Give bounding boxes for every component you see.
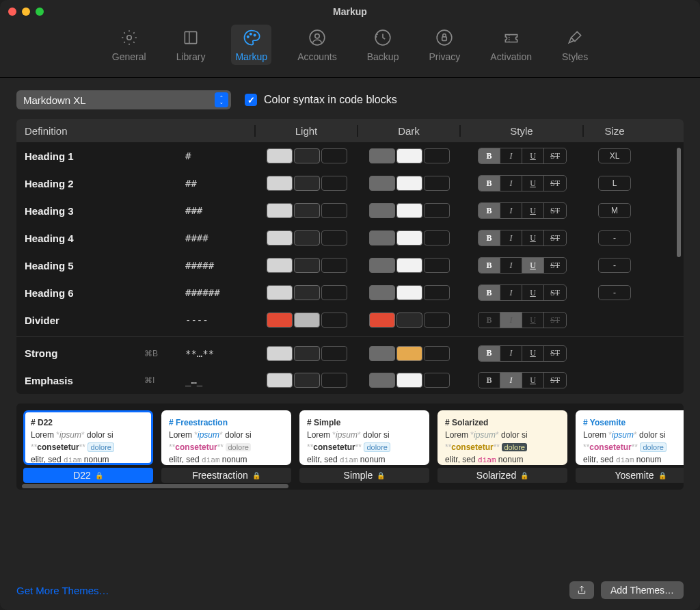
tab-library[interactable]: Library [172,25,210,65]
color-swatch[interactable] [369,148,395,163]
color-swatch[interactable] [396,285,422,300]
color-syntax-checkbox[interactable]: ✓ Color syntax in code blocks [245,94,397,106]
size-button[interactable]: - [598,285,631,300]
color-swatch[interactable] [369,313,395,328]
color-swatch[interactable] [396,313,422,328]
color-swatch[interactable] [294,230,320,246]
color-swatch[interactable] [424,148,450,163]
tab-styles[interactable]: Styles [558,25,592,65]
color-swatch[interactable] [424,230,450,246]
color-swatch[interactable] [267,285,293,300]
size-button[interactable]: XL [598,148,631,163]
share-button[interactable] [569,581,594,599]
color-swatch[interactable] [294,203,320,218]
tab-backup[interactable]: Backup [363,25,403,65]
color-swatch[interactable] [396,373,422,388]
color-swatch[interactable] [294,258,320,273]
color-swatch[interactable] [267,230,293,246]
color-swatch[interactable] [424,346,450,361]
table-row[interactable]: Strong⌘B**…**BIUST [16,336,684,367]
color-swatch[interactable] [294,346,320,361]
table-row[interactable]: Heading 3###BIUSTM [16,197,684,224]
style-segmented[interactable]: BIUST [478,284,567,301]
color-swatch[interactable] [294,285,320,300]
table-row[interactable]: Divider----BIUST [16,306,684,334]
style-segmented[interactable]: BIUST [478,257,567,274]
size-button[interactable]: - [598,230,631,246]
color-swatch[interactable] [424,203,450,218]
color-swatch[interactable] [267,258,293,273]
theme-card[interactable]: # YosemiteLorem *ipsum* dolor si**conset… [576,410,684,483]
color-swatch[interactable] [369,346,395,361]
tab-general[interactable]: General [108,25,150,65]
color-swatch[interactable] [424,258,450,273]
vertical-scrollbar[interactable] [677,148,681,388]
color-swatch[interactable] [396,346,422,361]
horizontal-scrollbar[interactable] [22,484,678,488]
color-swatch[interactable] [321,148,347,163]
color-swatch[interactable] [321,230,347,246]
theme-card[interactable]: # D22Lorem *ipsum* dolor si**consetetur*… [23,410,153,483]
theme-card[interactable]: # FreestractionLorem *ipsum* dolor si**c… [161,410,291,483]
color-swatch[interactable] [294,313,320,328]
color-swatch[interactable] [294,373,320,388]
color-swatch[interactable] [396,230,422,246]
color-swatch[interactable] [369,285,395,300]
tab-markup[interactable]: Markup [231,25,271,65]
color-swatch[interactable] [267,373,293,388]
table-row[interactable]: Heading 4####BIUST- [16,224,684,252]
color-swatch[interactable] [369,373,395,388]
color-swatch[interactable] [294,176,320,191]
style-segmented[interactable]: BIUST [478,372,567,388]
style-segmented[interactable]: BIUST [478,230,567,246]
color-swatch[interactable] [267,203,293,218]
color-swatch[interactable] [396,148,422,163]
color-swatch[interactable] [424,313,450,328]
size-button[interactable]: - [598,258,631,273]
style-segmented[interactable]: BIUST [478,148,567,164]
color-swatch[interactable] [369,230,395,246]
tab-activation[interactable]: Activation [486,25,536,65]
col-size[interactable]: Size [584,125,645,137]
color-swatch[interactable] [267,176,293,191]
color-swatch[interactable] [267,346,293,361]
theme-card[interactable]: # SolarizedLorem *ipsum* dolor si**conse… [438,410,567,483]
color-swatch[interactable] [424,176,450,191]
color-swatch[interactable] [294,148,320,163]
table-row[interactable]: Heading 6######BIUST- [16,279,684,306]
color-swatch[interactable] [321,258,347,273]
style-segmented[interactable]: BIUST [478,202,567,219]
col-definition[interactable]: Definition [16,125,256,137]
color-swatch[interactable] [396,258,422,273]
size-button[interactable]: M [598,203,631,218]
col-dark[interactable]: Dark [358,125,461,137]
color-swatch[interactable] [321,176,347,191]
color-swatch[interactable] [321,373,347,388]
table-row[interactable]: Heading 1#BIUSTXL [16,142,684,170]
color-swatch[interactable] [396,203,422,218]
style-segmented[interactable]: BIUST [478,175,567,191]
theme-card[interactable]: # SimpleLorem *ipsum* dolor si**consetet… [299,410,429,483]
tab-accounts[interactable]: Accounts [293,25,341,65]
tab-privacy[interactable]: Privacy [425,25,464,65]
table-row[interactable]: Heading 5#####BIUST- [16,252,684,279]
table-row[interactable]: Heading 2##BIUSTL [16,170,684,197]
style-segmented[interactable]: BIUST [478,345,567,362]
color-swatch[interactable] [321,203,347,218]
color-swatch[interactable] [321,346,347,361]
color-swatch[interactable] [321,285,347,300]
color-swatch[interactable] [369,176,395,191]
color-swatch[interactable] [267,148,293,163]
style-segmented[interactable]: BIUST [478,312,567,328]
get-more-themes-link[interactable]: Get More Themes… [16,585,109,596]
color-swatch[interactable] [321,313,347,328]
col-light[interactable]: Light [256,125,358,137]
color-swatch[interactable] [369,203,395,218]
syntax-select[interactable]: Markdown XL ⌃⌄ [16,90,231,109]
add-themes-button[interactable]: Add Themes… [601,581,684,599]
color-swatch[interactable] [424,285,450,300]
color-swatch[interactable] [267,313,293,328]
color-swatch[interactable] [396,176,422,191]
table-row[interactable]: Emphasis⌘I_…_BIUST [16,367,684,394]
color-swatch[interactable] [424,373,450,388]
